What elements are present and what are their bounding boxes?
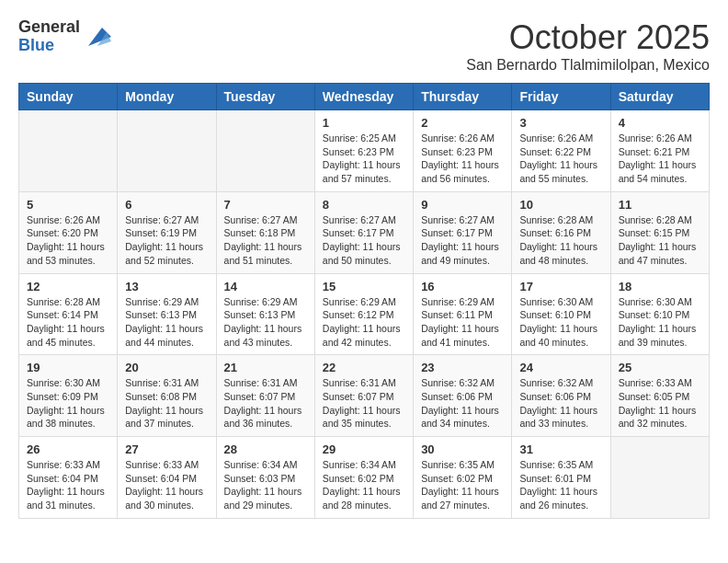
calendar-cell: 2Sunrise: 6:26 AM Sunset: 6:23 PM Daylig… bbox=[414, 110, 512, 192]
day-number: 19 bbox=[27, 361, 109, 374]
day-info: Sunrise: 6:35 AM Sunset: 6:02 PM Dayligh… bbox=[421, 458, 504, 512]
day-number: 12 bbox=[27, 280, 109, 293]
day-info: Sunrise: 6:26 AM Sunset: 6:22 PM Dayligh… bbox=[519, 132, 602, 186]
day-info: Sunrise: 6:31 AM Sunset: 6:07 PM Dayligh… bbox=[224, 376, 307, 431]
calendar-cell: 31Sunrise: 6:35 AM Sunset: 6:01 PM Dayli… bbox=[512, 437, 610, 519]
calendar-cell: 14Sunrise: 6:29 AM Sunset: 6:13 PM Dayli… bbox=[216, 273, 314, 355]
day-number: 30 bbox=[421, 442, 504, 456]
day-info: Sunrise: 6:25 AM Sunset: 6:23 PM Dayligh… bbox=[323, 132, 405, 186]
day-number: 8 bbox=[323, 198, 405, 212]
calendar-cell: 16Sunrise: 6:29 AM Sunset: 6:11 PM Dayli… bbox=[414, 273, 512, 355]
calendar-cell: 3Sunrise: 6:26 AM Sunset: 6:22 PM Daylig… bbox=[512, 110, 610, 192]
day-number: 7 bbox=[224, 198, 307, 212]
day-number: 10 bbox=[519, 198, 602, 212]
day-info: Sunrise: 6:30 AM Sunset: 6:09 PM Dayligh… bbox=[27, 376, 109, 431]
day-info: Sunrise: 6:33 AM Sunset: 6:04 PM Dayligh… bbox=[125, 458, 208, 512]
page-header: General Blue October 2025 San Bernardo T… bbox=[18, 18, 710, 74]
day-number: 21 bbox=[224, 361, 307, 374]
day-info: Sunrise: 6:29 AM Sunset: 6:13 PM Dayligh… bbox=[125, 295, 208, 350]
calendar-cell: 28Sunrise: 6:34 AM Sunset: 6:03 PM Dayli… bbox=[216, 437, 314, 519]
day-info: Sunrise: 6:34 AM Sunset: 6:02 PM Dayligh… bbox=[323, 458, 405, 512]
day-number: 14 bbox=[224, 280, 307, 293]
calendar-cell bbox=[118, 110, 216, 192]
calendar-cell: 26Sunrise: 6:33 AM Sunset: 6:04 PM Dayli… bbox=[19, 437, 118, 519]
calendar-cell: 10Sunrise: 6:28 AM Sunset: 6:16 PM Dayli… bbox=[512, 191, 610, 273]
calendar-cell: 12Sunrise: 6:28 AM Sunset: 6:14 PM Dayli… bbox=[19, 273, 118, 355]
day-number: 23 bbox=[421, 361, 504, 374]
header-day-tuesday: Tuesday bbox=[216, 84, 314, 110]
day-number: 17 bbox=[519, 280, 602, 293]
calendar-cell: 30Sunrise: 6:35 AM Sunset: 6:02 PM Dayli… bbox=[414, 437, 512, 519]
calendar-cell: 5Sunrise: 6:26 AM Sunset: 6:20 PM Daylig… bbox=[19, 191, 118, 273]
day-number: 29 bbox=[323, 442, 405, 456]
day-info: Sunrise: 6:26 AM Sunset: 6:23 PM Dayligh… bbox=[421, 132, 504, 186]
calendar-cell: 25Sunrise: 6:33 AM Sunset: 6:05 PM Dayli… bbox=[610, 355, 709, 437]
calendar-cell: 19Sunrise: 6:30 AM Sunset: 6:09 PM Dayli… bbox=[19, 355, 118, 437]
day-number: 16 bbox=[421, 280, 504, 293]
day-info: Sunrise: 6:27 AM Sunset: 6:18 PM Dayligh… bbox=[224, 213, 307, 268]
calendar-cell: 18Sunrise: 6:30 AM Sunset: 6:10 PM Dayli… bbox=[610, 273, 709, 355]
header-day-friday: Friday bbox=[512, 84, 610, 110]
week-row-4: 26Sunrise: 6:33 AM Sunset: 6:04 PM Dayli… bbox=[19, 437, 710, 519]
day-info: Sunrise: 6:32 AM Sunset: 6:06 PM Dayligh… bbox=[519, 376, 602, 431]
calendar-cell: 15Sunrise: 6:29 AM Sunset: 6:12 PM Dayli… bbox=[314, 273, 413, 355]
calendar-cell: 20Sunrise: 6:31 AM Sunset: 6:08 PM Dayli… bbox=[118, 355, 216, 437]
day-number: 25 bbox=[619, 361, 701, 374]
logo-icon bbox=[84, 23, 111, 51]
day-info: Sunrise: 6:29 AM Sunset: 6:11 PM Dayligh… bbox=[421, 295, 504, 350]
day-number: 18 bbox=[619, 280, 701, 293]
day-number: 3 bbox=[519, 116, 602, 130]
calendar-cell: 1Sunrise: 6:25 AM Sunset: 6:23 PM Daylig… bbox=[314, 110, 413, 192]
month-title: October 2025 bbox=[466, 18, 710, 57]
day-info: Sunrise: 6:26 AM Sunset: 6:21 PM Dayligh… bbox=[619, 132, 701, 186]
calendar-cell: 13Sunrise: 6:29 AM Sunset: 6:13 PM Dayli… bbox=[118, 273, 216, 355]
day-number: 9 bbox=[421, 198, 504, 212]
day-number: 26 bbox=[27, 442, 109, 456]
day-number: 28 bbox=[224, 442, 307, 456]
day-number: 13 bbox=[125, 280, 208, 293]
week-row-1: 5Sunrise: 6:26 AM Sunset: 6:20 PM Daylig… bbox=[19, 191, 710, 273]
week-row-2: 12Sunrise: 6:28 AM Sunset: 6:14 PM Dayli… bbox=[19, 273, 710, 355]
calendar-cell: 29Sunrise: 6:34 AM Sunset: 6:02 PM Dayli… bbox=[314, 437, 413, 519]
logo-general-text: General bbox=[18, 18, 80, 37]
calendar-cell bbox=[19, 110, 118, 192]
day-number: 4 bbox=[619, 116, 701, 130]
calendar-cell: 27Sunrise: 6:33 AM Sunset: 6:04 PM Dayli… bbox=[118, 437, 216, 519]
day-number: 24 bbox=[519, 361, 602, 374]
calendar-cell: 21Sunrise: 6:31 AM Sunset: 6:07 PM Dayli… bbox=[216, 355, 314, 437]
title-section: October 2025 San Bernardo Tlalmimilolpan… bbox=[466, 18, 710, 74]
header-day-saturday: Saturday bbox=[610, 84, 709, 110]
calendar-cell: 9Sunrise: 6:27 AM Sunset: 6:17 PM Daylig… bbox=[414, 191, 512, 273]
calendar-header: SundayMondayTuesdayWednesdayThursdayFrid… bbox=[19, 84, 710, 110]
calendar-cell: 4Sunrise: 6:26 AM Sunset: 6:21 PM Daylig… bbox=[610, 110, 709, 192]
day-info: Sunrise: 6:34 AM Sunset: 6:03 PM Dayligh… bbox=[224, 458, 307, 512]
calendar-cell: 17Sunrise: 6:30 AM Sunset: 6:10 PM Dayli… bbox=[512, 273, 610, 355]
day-info: Sunrise: 6:31 AM Sunset: 6:07 PM Dayligh… bbox=[323, 376, 405, 431]
day-info: Sunrise: 6:31 AM Sunset: 6:08 PM Dayligh… bbox=[125, 376, 208, 431]
calendar-cell: 23Sunrise: 6:32 AM Sunset: 6:06 PM Dayli… bbox=[414, 355, 512, 437]
day-info: Sunrise: 6:27 AM Sunset: 6:19 PM Dayligh… bbox=[125, 213, 208, 268]
calendar-cell: 24Sunrise: 6:32 AM Sunset: 6:06 PM Dayli… bbox=[512, 355, 610, 437]
calendar-body: 1Sunrise: 6:25 AM Sunset: 6:23 PM Daylig… bbox=[19, 110, 710, 519]
header-day-wednesday: Wednesday bbox=[314, 84, 413, 110]
logo: General Blue bbox=[18, 18, 111, 55]
week-row-3: 19Sunrise: 6:30 AM Sunset: 6:09 PM Dayli… bbox=[19, 355, 710, 437]
day-info: Sunrise: 6:29 AM Sunset: 6:13 PM Dayligh… bbox=[224, 295, 307, 350]
day-info: Sunrise: 6:28 AM Sunset: 6:14 PM Dayligh… bbox=[27, 295, 109, 350]
day-number: 20 bbox=[125, 361, 208, 374]
days-of-week-row: SundayMondayTuesdayWednesdayThursdayFrid… bbox=[19, 84, 710, 110]
day-info: Sunrise: 6:27 AM Sunset: 6:17 PM Dayligh… bbox=[421, 213, 504, 268]
subtitle: San Bernardo Tlalmimilolpan, Mexico bbox=[466, 57, 710, 74]
header-day-sunday: Sunday bbox=[19, 84, 118, 110]
day-info: Sunrise: 6:27 AM Sunset: 6:17 PM Dayligh… bbox=[323, 213, 405, 268]
day-info: Sunrise: 6:35 AM Sunset: 6:01 PM Dayligh… bbox=[519, 458, 602, 512]
day-info: Sunrise: 6:30 AM Sunset: 6:10 PM Dayligh… bbox=[519, 295, 602, 350]
day-info: Sunrise: 6:30 AM Sunset: 6:10 PM Dayligh… bbox=[619, 295, 701, 350]
calendar-cell: 11Sunrise: 6:28 AM Sunset: 6:15 PM Dayli… bbox=[610, 191, 709, 273]
day-number: 5 bbox=[27, 198, 109, 212]
calendar-table: SundayMondayTuesdayWednesdayThursdayFrid… bbox=[18, 83, 710, 519]
day-number: 15 bbox=[323, 280, 405, 293]
day-number: 31 bbox=[519, 442, 602, 456]
calendar-cell bbox=[216, 110, 314, 192]
calendar-cell bbox=[610, 437, 709, 519]
